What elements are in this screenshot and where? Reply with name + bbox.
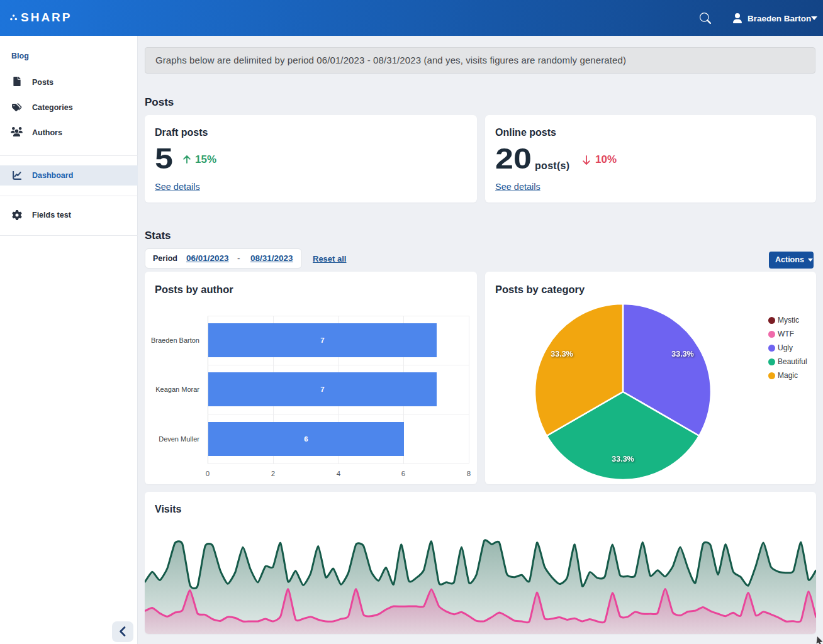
svg-text:33.3%: 33.3% — [551, 350, 573, 358]
svg-text:33.3%: 33.3% — [671, 350, 693, 358]
svg-text:33.3%: 33.3% — [612, 455, 634, 464]
